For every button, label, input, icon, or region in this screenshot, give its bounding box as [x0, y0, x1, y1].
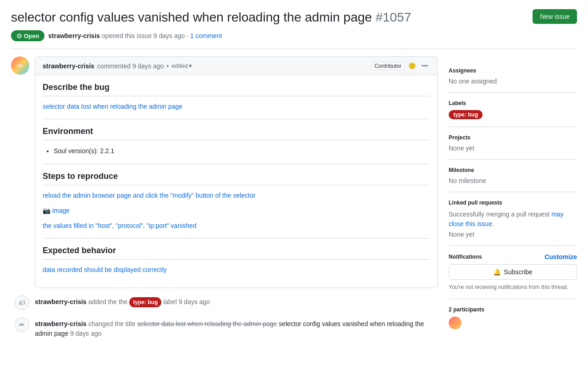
header-divider	[11, 49, 577, 49]
comment-author[interactable]: strawberry-crisis	[43, 62, 94, 70]
sidebar-projects-section: Projects None yet	[449, 127, 577, 160]
issue-header: selector config values vanished when rel…	[11, 9, 577, 41]
milestone-label: Milestone	[449, 167, 577, 173]
expected-behavior-content: data recorded should be displayed correc…	[43, 265, 430, 275]
issue-number: #1057	[375, 10, 411, 24]
label-activity-item: 🏷 strawberry-crisis added the the type: …	[11, 295, 438, 310]
expected-behavior-heading: Expected behavior	[43, 246, 430, 260]
participants-label: 2 participants	[449, 306, 577, 313]
environment-item: Soul version(s): 2.2.1	[54, 146, 430, 156]
section-divider-1	[43, 119, 430, 119]
time-ago: 9 days ago	[154, 32, 185, 39]
issue-meta-text: strawberry-crisis opened this issue 9 da…	[48, 32, 222, 39]
steps-step2: the values filled in "host", "protocol",…	[43, 221, 430, 231]
issue-title-area: selector config values vanished when rel…	[11, 9, 533, 41]
subscribe-button[interactable]: 🔔 Subscribe	[449, 264, 577, 280]
issue-title-text: selector config values vanished when rel…	[11, 10, 372, 24]
comment-header-left: strawberry-crisis commented 9 days ago •…	[43, 62, 192, 70]
title-change-author[interactable]: strawberry-crisis	[35, 320, 87, 327]
describe-bug-heading: Describe the bug	[43, 83, 430, 96]
author-avatar: SC	[11, 56, 29, 75]
issue-meta: ⊙ Open strawberry-crisis opened this iss…	[11, 30, 533, 41]
participant-avatar-1[interactable]	[449, 316, 462, 329]
author-link[interactable]: strawberry-crisis	[48, 32, 100, 39]
describe-bug-content: selector data lost when reloading the ad…	[43, 102, 430, 111]
linked-pr-description: Successfully merging a pull request may …	[449, 210, 577, 229]
comment-actions: Contributor 🙂 •••	[371, 61, 430, 71]
comment-body: Describe the bug selector data lost when…	[35, 75, 437, 287]
steps-heading: Steps to reproduce	[43, 172, 430, 185]
sidebar-labels-section: Labels type: bug	[449, 93, 577, 127]
steps-image[interactable]: 📷 image	[43, 206, 430, 216]
issue-title: selector config values vanished when rel…	[11, 9, 533, 26]
old-title: selector data lost when reloading the ad…	[137, 320, 277, 327]
type-bug-label-badge: type: bug	[129, 297, 161, 307]
bell-icon: 🔔	[493, 268, 501, 276]
assignees-label: Assignees	[449, 67, 577, 74]
projects-label: Projects	[449, 134, 577, 141]
open-badge: ⊙ Open	[11, 30, 44, 41]
open-icon: ⊙	[16, 32, 22, 39]
section-divider-2	[43, 164, 430, 164]
projects-value: None yet	[449, 144, 577, 152]
participants-avatars	[449, 316, 577, 329]
comment-container: SC strawberry-crisis commented 9 days ag…	[11, 56, 438, 288]
notifications-label: Notifications Customize	[449, 253, 577, 261]
linked-pr-value: None yet	[449, 231, 577, 238]
comment-box: strawberry-crisis commented 9 days ago •…	[35, 56, 438, 288]
labels-label: Labels	[449, 100, 577, 106]
content-layout: SC strawberry-crisis commented 9 days ag…	[11, 56, 577, 345]
label-activity-text: strawberry-crisis added the the type: bu…	[35, 295, 210, 307]
label-activity-author[interactable]: strawberry-crisis	[35, 298, 87, 305]
sidebar-notifications-section: Notifications Customize 🔔 Subscribe You'…	[449, 246, 577, 299]
more-options-button[interactable]: •••	[420, 61, 430, 71]
main-content: SC strawberry-crisis commented 9 days ag…	[11, 56, 438, 345]
new-issue-button[interactable]: New issue	[533, 9, 577, 24]
sidebar-milestone-section: Milestone No milestone	[449, 160, 577, 192]
label-activity-icon: 🏷	[15, 295, 29, 310]
sidebar-assignees-section: Assignees No one assigned	[449, 60, 577, 93]
title-change-activity-text: strawberry-crisis changed the title sele…	[35, 317, 438, 338]
comment-count-link[interactable]: 1 comment	[190, 32, 222, 39]
sidebar-participants-section: 2 participants	[449, 299, 577, 337]
comment-action: commented 9 days ago	[97, 62, 164, 70]
milestone-value: No milestone	[449, 177, 577, 184]
linked-pr-label: Linked pull requests	[449, 200, 577, 206]
customize-link[interactable]: Customize	[544, 253, 577, 261]
emoji-button[interactable]: 🙂	[407, 61, 418, 71]
environment-list: Soul version(s): 2.2.1	[43, 146, 430, 156]
sidebar-linked-pr-section: Linked pull requests Successfully mergin…	[449, 192, 577, 246]
steps-step1: reload the admin browser page and click …	[43, 191, 430, 200]
sidebar: Assignees No one assigned Labels type: b…	[449, 56, 577, 345]
assignees-value: No one assigned	[449, 78, 577, 85]
edit-activity-icon: ✏	[15, 317, 29, 332]
contributor-badge: Contributor	[371, 62, 405, 70]
environment-heading: Environment	[43, 127, 430, 140]
section-divider-3	[43, 238, 430, 238]
open-badge-label: Open	[24, 33, 39, 39]
comment-header: strawberry-crisis commented 9 days ago •…	[35, 57, 437, 75]
notification-text: You're not receiving notifications from …	[449, 283, 577, 291]
edited-badge[interactable]: edited ▾	[171, 62, 192, 69]
title-change-activity-item: ✏ strawberry-crisis changed the title se…	[11, 317, 438, 338]
labels-badge[interactable]: type: bug	[449, 110, 483, 119]
